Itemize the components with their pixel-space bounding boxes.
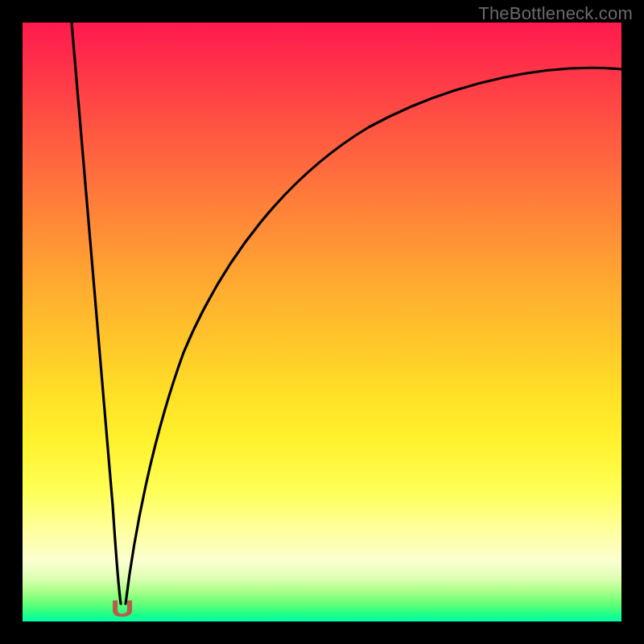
- plot-area: U: [23, 23, 621, 621]
- watermark-text: TheBottleneck.com: [478, 3, 633, 24]
- curve-left-branch: [72, 23, 121, 604]
- curve-right-branch: [126, 68, 621, 604]
- bottleneck-curve: [23, 23, 621, 621]
- chart-frame: U TheBottleneck.com: [0, 0, 644, 644]
